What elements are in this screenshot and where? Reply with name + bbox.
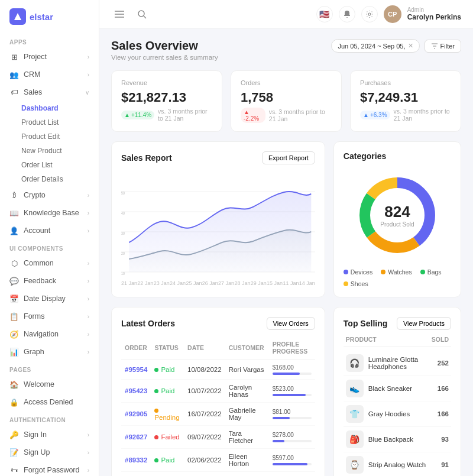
page-subtitle: View your current sales & summary — [111, 54, 218, 61]
user-name: Carolyn Perkins — [407, 13, 461, 21]
sidebar-sub-order-list[interactable]: Order List — [0, 158, 99, 172]
sidebar-sub-product-list[interactable]: Product List — [0, 115, 99, 129]
product-row: ⌚ Strip Analog Watch 91 — [344, 452, 451, 476]
signup-icon: 📝 — [9, 448, 19, 457]
cell-order[interactable]: #92627 — [121, 426, 151, 449]
top-selling-list: 🎧 Luminaire Glotta Headphones 252 👟 Blac… — [344, 351, 451, 476]
donut-value: 824 — [380, 203, 414, 221]
legend-dot-bags — [420, 270, 425, 274]
sidebar-item-sales[interactable]: 🏷 Sales ∨ — [0, 83, 99, 101]
col-customer: CUSTOMER — [225, 337, 269, 360]
latest-orders-card: Latest Orders View Orders ORDER STATUS D… — [111, 307, 325, 476]
revenue-label: Revenue — [121, 79, 212, 86]
svg-text:30: 30 — [121, 231, 125, 235]
cell-status: Paid — [151, 380, 184, 403]
sidebar-sub-product-edit[interactable]: Product Edit — [0, 129, 99, 144]
notification-button[interactable] — [339, 6, 355, 22]
view-orders-button[interactable]: View Orders — [267, 317, 315, 330]
date-range-badge[interactable]: Jun 05, 2024 ~ Sep 05, ✕ — [331, 39, 419, 53]
top-selling-header: Top Selling View Products — [344, 317, 451, 330]
brand-name: elstar — [30, 12, 53, 22]
form-icon: 📋 — [9, 312, 19, 321]
cell-progress: $523.00 — [269, 380, 315, 403]
section-label-pages: PAGES — [0, 361, 99, 375]
sidebar-item-date-display[interactable]: 📅 Date Display › — [0, 290, 99, 307]
date-clear-button[interactable]: ✕ — [408, 42, 413, 50]
sidebar-item-forgot-password[interactable]: 🗝 Forgot Password › — [0, 461, 99, 476]
sidebar-item-feedback[interactable]: 💬 Feedback › — [0, 272, 99, 290]
top-selling-card: Top Selling View Products PRODUCT SOLD 🎧… — [333, 307, 461, 476]
sidebar-item-project[interactable]: ⊞ Project › — [0, 48, 99, 66]
col-product: PRODUCT — [346, 336, 377, 343]
product-name: Gray Hoodies — [368, 410, 433, 417]
export-report-button[interactable]: Export Report — [262, 151, 315, 164]
view-products-button[interactable]: View Products — [397, 317, 451, 330]
page-header-left: Sales Overview View your current sales &… — [111, 39, 218, 61]
table-row: #89332 Paid 02/06/2022 Eileen Horton $59… — [121, 449, 315, 472]
sidebar-item-navigation[interactable]: 🧭 Navigation › — [0, 325, 99, 343]
sidebar-item-sign-up[interactable]: 📝 Sign Up › — [0, 443, 99, 461]
product-sold: 93 — [441, 436, 449, 443]
cell-order[interactable]: #89332 — [121, 449, 151, 472]
chart-icon: 📊 — [9, 347, 19, 357]
sidebar-item-forms[interactable]: 📋 Forms › — [0, 307, 99, 325]
cell-date: 16/07/2022 — [184, 403, 225, 426]
purchases-badge: ▲ +6.3% — [360, 111, 390, 119]
sidebar-item-sign-in[interactable]: 🔑 Sign In › — [0, 426, 99, 443]
product-sold: 166 — [438, 385, 449, 392]
svg-text:50: 50 — [121, 190, 125, 195]
product-name: Blue Backpack — [368, 436, 436, 443]
product-sold: 166 — [438, 410, 449, 417]
col-sold: SOLD — [432, 336, 449, 343]
top-selling-title: Top Selling — [344, 319, 387, 328]
product-name: Strip Analog Watch — [368, 461, 436, 468]
donut-subtitle: Product Sold — [380, 221, 414, 228]
revenue-badge: ▲ +11.4% — [121, 111, 154, 119]
revenue-value: $21,827.13 — [121, 90, 212, 105]
cell-date: 09/07/2022 — [184, 426, 225, 449]
section-label-auth: AUTHENTICATION — [0, 411, 99, 426]
search-button[interactable] — [134, 6, 150, 22]
cell-order[interactable]: #86497 — [121, 472, 151, 477]
svg-text:40: 40 — [121, 211, 125, 215]
table-row: #92627 Failed 09/07/2022 Tara Fletcher $… — [121, 426, 315, 449]
sales-report-title: Sales Report — [121, 153, 172, 163]
sidebar-sub-order-details[interactable]: Order Details — [0, 172, 99, 186]
sidebar-item-account[interactable]: 👤 Account › — [0, 222, 99, 239]
key-icon: 🗝 — [9, 465, 19, 475]
sidebar-item-common[interactable]: ⬡ Common › — [0, 254, 99, 272]
hamburger-button[interactable] — [111, 6, 128, 22]
lock-icon: 🔒 — [9, 397, 19, 407]
product-row: 👕 Gray Hoodies 166 — [344, 401, 451, 427]
sidebar-sub-new-product[interactable]: New Product — [0, 144, 99, 158]
col-date: DATE — [184, 337, 225, 360]
settings-button[interactable] — [361, 6, 378, 22]
cell-date: 10/05/2022 — [184, 472, 225, 477]
donut-center: 824 Product Sold — [380, 203, 414, 228]
legend-item-bags: Bags — [420, 268, 442, 276]
categories-card: Categories 824 Produc — [333, 141, 461, 297]
cell-order[interactable]: #95423 — [121, 380, 151, 403]
sales-chart: 10 20 30 40 50 — [121, 171, 315, 278]
topbar-left — [111, 6, 150, 22]
cell-order[interactable]: #92905 — [121, 403, 151, 426]
cell-order[interactable]: #95954 — [121, 360, 151, 380]
topbar-right: 🇺🇸 CP Admin Carolyn Perkins — [316, 5, 461, 23]
sidebar-item-welcome[interactable]: 🏠 Welcome — [0, 375, 99, 393]
legend-dot-devices — [344, 270, 348, 274]
sidebar-item-crm[interactable]: 👥 CRM › — [0, 66, 99, 83]
cell-customer: Gabrielle May — [225, 403, 269, 426]
sidebar-item-graph[interactable]: 📊 Graph › — [0, 343, 99, 361]
flag-button[interactable]: 🇺🇸 — [316, 6, 333, 22]
sidebar-sub-dashboard[interactable]: Dashboard — [0, 101, 99, 115]
filter-button[interactable]: Filter — [425, 40, 461, 53]
stat-revenue: Revenue $21,827.13 ▲ +11.4% vs. 3 months… — [111, 70, 222, 132]
sidebar-item-access-denied[interactable]: 🔒 Access Denied — [0, 393, 99, 411]
main-content: Sales Overview View your current sales &… — [99, 28, 473, 476]
cell-status: Failed — [151, 426, 184, 449]
sidebar-item-crypto[interactable]: ₿ Crypto › — [0, 186, 99, 204]
product-row: 🎧 Luminaire Glotta Headphones 252 — [344, 351, 451, 376]
sales-report-header: Sales Report Export Report — [121, 151, 315, 164]
sidebar-item-knowledge-base[interactable]: 📖 Knowledge Base › — [0, 204, 99, 222]
orders-comparison: ▲ -2.2% vs. 3 months prior to 21 Jan — [241, 108, 332, 123]
